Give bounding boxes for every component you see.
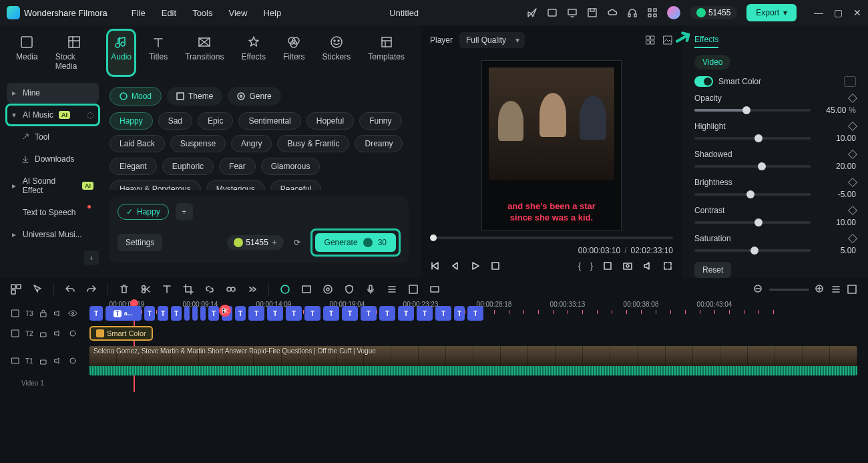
avatar[interactable] xyxy=(667,6,680,19)
credit-pill[interactable]: 51455 xyxy=(690,6,737,19)
sidebar-item-downloads[interactable]: Downloads xyxy=(7,149,99,169)
chip-fear[interactable]: Fear xyxy=(219,158,256,175)
undo-icon[interactable] xyxy=(65,284,75,295)
chip-elegant[interactable]: Elegant xyxy=(110,158,157,175)
mute-icon[interactable] xyxy=(53,329,63,338)
adjust-icon[interactable] xyxy=(387,284,397,295)
sidebar-item-tool[interactable]: Tool xyxy=(7,127,99,147)
settings-icon[interactable] xyxy=(847,284,857,295)
text-clip[interactable]: T xyxy=(304,306,320,321)
text-clip[interactable]: T xyxy=(235,306,246,321)
grid-view-icon[interactable] xyxy=(645,35,656,45)
generate-button[interactable]: Generate 30 xyxy=(315,233,396,252)
eye-icon[interactable] xyxy=(68,356,77,365)
tab-stickers[interactable]: Stickers xyxy=(320,31,354,75)
text-clip[interactable]: T xyxy=(417,306,433,321)
chip-dreamy[interactable]: Dreamy xyxy=(355,135,403,152)
link-icon[interactable] xyxy=(204,284,215,295)
apps-icon[interactable] xyxy=(647,7,658,18)
sidebar-item-ai-music[interactable]: ▾AI MusicAI◌ xyxy=(7,105,99,125)
volume-icon[interactable] xyxy=(642,261,653,271)
text-clip[interactable] xyxy=(192,306,198,321)
text-tool-icon[interactable] xyxy=(162,284,172,295)
lock-icon[interactable] xyxy=(39,329,48,338)
text-clip[interactable]: T xyxy=(89,306,103,321)
redo-icon[interactable] xyxy=(86,284,97,295)
text-clip[interactable]: T xyxy=(158,306,168,321)
tab-templates[interactable]: Templates xyxy=(365,31,407,75)
tab-titles[interactable]: Titles xyxy=(146,31,170,75)
close-button[interactable]: ✕ xyxy=(853,7,861,18)
fullscreen-icon[interactable] xyxy=(662,261,673,271)
stop-icon[interactable] xyxy=(490,261,501,271)
text-clip[interactable]: T xyxy=(379,306,395,321)
image-icon[interactable] xyxy=(662,35,673,45)
chip-hopeful[interactable]: Hopeful xyxy=(306,112,354,130)
text-clip[interactable]: T xyxy=(454,306,465,321)
sidebar-item-universal-music[interactable]: ▸Universal Musi... xyxy=(7,224,99,245)
chip-epic[interactable]: Epic xyxy=(198,112,233,130)
chip-sentimental[interactable]: Sentimental xyxy=(238,112,300,130)
tab-filters[interactable]: Filters xyxy=(280,31,308,75)
text-clip[interactable]: T xyxy=(208,306,219,321)
tab-stock-media[interactable]: Stock Media xyxy=(53,31,97,75)
selected-tag[interactable]: ✓Happy xyxy=(118,204,169,220)
delete-icon[interactable] xyxy=(119,284,130,295)
filter-genre[interactable]: Genre xyxy=(228,87,280,106)
sidebar-item-text-to-speech[interactable]: ▸Text to Speech xyxy=(7,202,99,222)
text-clip[interactable] xyxy=(184,306,190,321)
zoom-out-icon[interactable] xyxy=(753,284,764,295)
chip-suspense[interactable]: Suspense xyxy=(170,135,226,152)
prev-icon[interactable] xyxy=(430,261,441,271)
chip-happy[interactable]: Happy xyxy=(110,112,153,130)
tab-media[interactable]: Media xyxy=(13,31,41,75)
pill-video[interactable]: Video xyxy=(694,55,730,69)
text-clip[interactable]: T xyxy=(342,306,358,321)
opacity-slider[interactable] xyxy=(694,109,811,112)
chip-heavy-ponderous[interactable]: Heavy & Ponderous xyxy=(110,180,201,190)
menu-edit[interactable]: Edit xyxy=(162,8,176,18)
tab-transitions[interactable]: Transitions xyxy=(182,31,226,75)
text-clip[interactable]: T a... xyxy=(105,306,142,321)
lock-icon[interactable] xyxy=(39,309,48,318)
save-icon[interactable] xyxy=(587,7,598,18)
mute-icon[interactable] xyxy=(53,309,63,318)
video-clip[interactable]: Selena Gomez, Steve Martin & Martin Shor… xyxy=(89,346,857,375)
menu-view[interactable]: View xyxy=(228,8,247,18)
crop-icon[interactable] xyxy=(602,261,613,271)
split-icon[interactable] xyxy=(140,284,151,295)
cloud-icon[interactable] xyxy=(607,7,618,18)
zoom-in-icon[interactable] xyxy=(815,284,825,295)
tab-audio[interactable]: Audio xyxy=(108,31,134,75)
keyframe-icon[interactable] xyxy=(848,178,857,187)
mic-icon[interactable] xyxy=(365,284,376,295)
contrast-slider[interactable] xyxy=(694,221,811,224)
sidebar-item-ai-sound-effect[interactable]: ▸AI Sound EffectAI xyxy=(7,171,99,200)
fit-icon[interactable] xyxy=(429,284,440,295)
send-icon[interactable] xyxy=(527,7,537,18)
text-clip[interactable]: T xyxy=(467,306,483,321)
menu-file[interactable]: File xyxy=(132,8,146,18)
sidebar-item-mine[interactable]: ▸Mine xyxy=(7,83,99,103)
chain-icon[interactable] xyxy=(226,284,236,295)
add-tag-button[interactable]: + xyxy=(176,203,193,220)
keyframe-icon[interactable] xyxy=(848,206,857,215)
record-icon[interactable] xyxy=(322,284,333,295)
play-icon[interactable] xyxy=(470,261,481,271)
layout-icon[interactable] xyxy=(11,284,21,295)
snapshot-icon[interactable] xyxy=(622,261,633,271)
text-clip[interactable]: T xyxy=(248,306,264,321)
text-clip[interactable]: T xyxy=(286,306,302,321)
monitor-icon[interactable] xyxy=(567,7,578,18)
refresh-button[interactable]: ⟳ xyxy=(290,236,304,249)
chip-sad[interactable]: Sad xyxy=(158,112,192,130)
frame-icon[interactable] xyxy=(408,284,419,295)
headphones-icon[interactable] xyxy=(627,7,638,18)
chip-glamorous[interactable]: Glamorous xyxy=(261,158,320,175)
chip-angry[interactable]: Angry xyxy=(231,135,272,152)
filter-mood[interactable]: Mood xyxy=(110,87,162,106)
text-clip[interactable]: T xyxy=(435,306,451,321)
highlight-slider[interactable] xyxy=(694,137,811,140)
smart-color-toggle[interactable] xyxy=(694,76,713,87)
list-icon[interactable] xyxy=(831,284,841,295)
